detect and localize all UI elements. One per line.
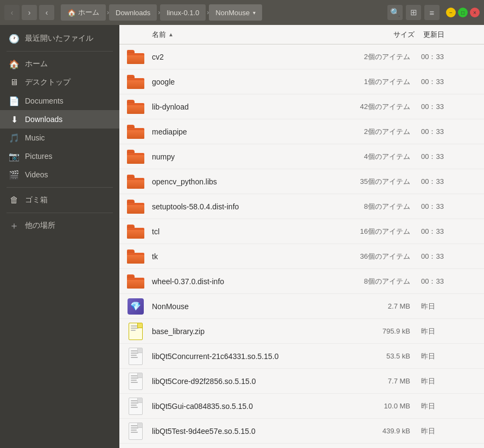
breadcrumb-linux[interactable]: linux-0.1.0 [160, 4, 206, 21]
table-row[interactable]: lib-dynload 42個のアイテム 00：33 [119, 94, 484, 119]
search-button[interactable]: 🔍 [387, 5, 403, 20]
file-date: 00：33 [419, 177, 484, 187]
sidebar-label-other: 他の場所 [25, 221, 55, 231]
minimize-button[interactable]: − [446, 8, 456, 17]
file-name: libQt5Test-9d4ee57e.so.5.15.0 [152, 427, 337, 436]
sidebar: 🕐 最近開いたファイル 🏠 ホーム 🖥 デスクトップ 📄 Documents ⬇… [0, 25, 119, 448]
file-size: 7.7 MB [337, 377, 419, 385]
sidebar-item-documents[interactable]: 📄 Documents [0, 92, 119, 110]
table-row[interactable]: libQt5Concurrent-21c64331.so.5.15.0 53.5… [119, 344, 484, 369]
folder-icon [127, 50, 144, 64]
table-row[interactable]: libQt5Gui-ca084835.so.5.15.0 10.0 MB 昨日 [119, 394, 484, 419]
table-row[interactable]: opencv_python.libs 35個のアイテム 00：33 [119, 169, 484, 194]
file-name: lib-dynload [152, 103, 337, 111]
file-date: 昨日 [419, 327, 484, 336]
col-size-label: サイズ [393, 30, 415, 40]
doc-icon [129, 423, 143, 440]
col-header-name[interactable]: 名前 ▲ [119, 30, 337, 40]
col-header-date[interactable]: 更新日 [419, 30, 484, 40]
sidebar-item-other[interactable]: ＋ 他の場所 [0, 216, 119, 235]
sidebar-item-trash[interactable]: 🗑 ゴミ箱 [0, 191, 119, 209]
file-icon-cell [119, 323, 152, 340]
sidebar-label-videos: Videos [25, 170, 48, 179]
sidebar-item-downloads[interactable]: ⬇ Downloads [0, 110, 119, 129]
music-icon: 🎵 [9, 132, 20, 143]
col-header-size[interactable]: サイズ [337, 30, 419, 40]
table-row[interactable]: libQt5Core-d92f2856.so.5.15.0 7.7 MB 昨日 [119, 369, 484, 394]
file-icon-cell [119, 249, 152, 264]
file-date: 昨日 [419, 376, 484, 386]
file-name: numpy [152, 152, 337, 161]
table-row[interactable]: cv2 2個のアイテム 00：33 [119, 44, 484, 69]
file-icon-cell: 💎 [119, 298, 152, 315]
app-icon: 💎 [128, 298, 144, 315]
sidebar-item-pictures[interactable]: 📷 Pictures [0, 147, 119, 165]
sidebar-item-home[interactable]: 🏠 ホーム [0, 55, 119, 73]
file-icon-cell [119, 175, 152, 189]
file-icon-cell [119, 398, 152, 415]
table-row[interactable]: wheel-0.37.0.dist-info 8個のアイテム 00：33 [119, 269, 484, 294]
file-name: tcl [152, 227, 337, 236]
maximize-button[interactable]: □ [458, 8, 468, 17]
table-row[interactable]: mediapipe 2個のアイテム 00：33 [119, 119, 484, 144]
breadcrumb-home[interactable]: 🏠 ホーム [61, 4, 106, 21]
folder-icon [127, 249, 144, 264]
table-row[interactable]: 💎 NonMouse 2.7 MB 昨日 [119, 294, 484, 319]
breadcrumb-home-label: ホーム [78, 8, 99, 17]
file-size: 35個のアイテム [337, 177, 419, 187]
breadcrumb-downloads-label: Downloads [116, 9, 150, 17]
up-button[interactable]: ‹ [39, 5, 54, 20]
sidebar-item-videos[interactable]: 🎬 Videos [0, 165, 119, 184]
file-name: libQt5Concurrent-21c64331.so.5.15.0 [152, 352, 337, 361]
close-button[interactable]: × [470, 8, 480, 17]
file-size: 1個のアイテム [337, 77, 419, 87]
file-date: 00：33 [419, 52, 484, 62]
table-row[interactable]: google 1個のアイテム 00：33 [119, 69, 484, 94]
file-list: cv2 2個のアイテム 00：33 google 1個のアイテム 00：33 l… [119, 44, 484, 448]
file-date: 00：33 [419, 252, 484, 261]
file-size: 4個のアイテム [337, 152, 419, 162]
zip-icon [129, 323, 143, 340]
sidebar-item-desktop[interactable]: 🖥 デスクトップ [0, 73, 119, 92]
downloads-icon: ⬇ [9, 114, 20, 125]
file-size: 2個のアイテム [337, 52, 419, 62]
sidebar-label-recent: 最近開いたファイル [25, 34, 93, 43]
table-row[interactable]: libQt5Test-9d4ee57e.so.5.15.0 439.9 kB 昨… [119, 419, 484, 444]
back-button[interactable]: ‹ [4, 5, 20, 20]
home-sidebar-icon: 🏠 [9, 59, 20, 69]
sidebar-label-documents: Documents [25, 97, 63, 105]
sidebar-item-music[interactable]: 🎵 Music [0, 129, 119, 147]
file-icon-cell [119, 225, 152, 239]
file-icon-cell [119, 150, 152, 164]
forward-button[interactable]: › [22, 5, 37, 20]
home-icon: 🏠 [67, 9, 76, 17]
menu-button[interactable]: ≡ [424, 5, 440, 20]
desktop-icon: 🖥 [9, 77, 20, 88]
file-icon-cell [119, 274, 152, 289]
file-name: wheel-0.37.0.dist-info [152, 277, 337, 286]
folder-icon [127, 150, 144, 164]
folder-icon [127, 125, 144, 139]
table-row[interactable]: tcl 16個のアイテム 00：33 [119, 219, 484, 244]
file-date: 00：33 [419, 152, 484, 162]
file-size: 36個のアイテム [337, 252, 419, 261]
sidebar-label-desktop: デスクトップ [25, 78, 71, 87]
trash-icon: 🗑 [9, 195, 20, 206]
table-row[interactable]: numpy 4個のアイテム 00：33 [119, 144, 484, 169]
file-date: 00：33 [419, 227, 484, 236]
table-row[interactable]: setuptools-58.0.4.dist-info 8個のアイテム 00：3… [119, 194, 484, 219]
sidebar-item-recent[interactable]: 🕐 最近開いたファイル [0, 29, 119, 48]
breadcrumb-downloads[interactable]: Downloads [109, 4, 157, 21]
table-row[interactable]: base_library.zip 795.9 kB 昨日 [119, 319, 484, 344]
sidebar-label-home: ホーム [25, 59, 48, 69]
file-size: 16個のアイテム [337, 227, 419, 236]
file-size: 795.9 kB [337, 327, 419, 335]
file-date: 00：33 [419, 277, 484, 286]
folder-icon [127, 175, 144, 189]
view-toggle-button[interactable]: ⊞ [406, 5, 421, 20]
file-name: base_library.zip [152, 327, 337, 336]
breadcrumb-nonmouse[interactable]: NonMouse ▾ [209, 4, 262, 21]
col-name-label: 名前 [152, 30, 166, 40]
file-size: 10.0 MB [337, 402, 419, 410]
table-row[interactable]: tk 36個のアイテム 00：33 [119, 244, 484, 269]
